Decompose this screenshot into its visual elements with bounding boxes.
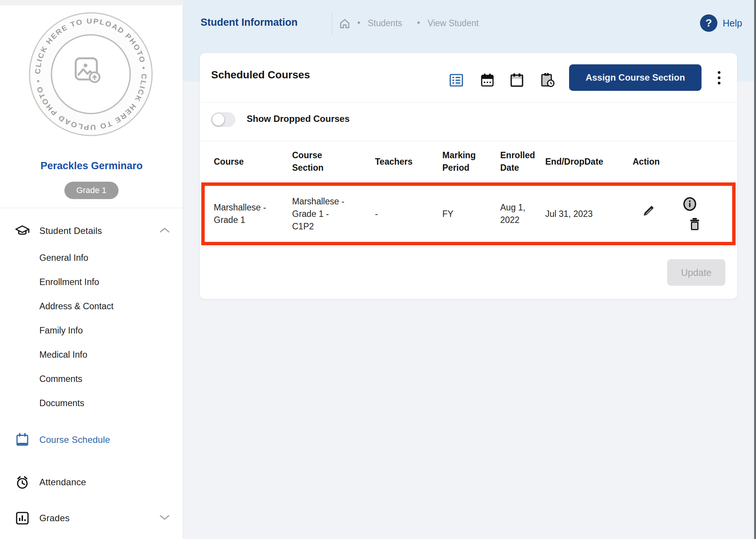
col-header-enrolled-date: Enrolled Date [500,141,539,182]
calendar-blank-icon[interactable] [509,72,525,89]
row-bottom-border [200,247,737,247]
help-label: Help [723,18,742,29]
list-view-icon[interactable] [448,72,465,89]
breadcrumb-separator: • [357,17,360,28]
student-name: Perackles Germinaro [0,160,183,172]
cell-marking-period: FY [442,182,482,245]
bar-chart-icon [14,511,30,526]
sidebar-item-address-contact[interactable]: Address & Contact [39,296,168,316]
col-header-course-section: Course Section [292,141,337,182]
grade-badge: Grade 1 [64,182,119,199]
more-options-kebab-icon[interactable] [711,69,726,86]
sidebar-item-course-schedule[interactable]: Course Schedule [0,428,183,452]
alarm-clock-icon [14,475,30,490]
calendar-icon [14,432,30,447]
delete-trash-icon[interactable] [688,217,702,233]
col-header-teachers: Teachers [375,141,424,182]
upload-photo-button[interactable]: CLICK HERE TO UPLOAD PHOTO • CLICK HERE … [26,10,155,139]
sidebar-item-enrollment-info[interactable]: Enrollment Info [39,272,168,292]
sidebar-item-attendance[interactable]: Attendance [0,470,183,494]
cell-course: Marshallese - Grade 1 [214,182,271,245]
sidebar-item-medical-info[interactable]: Medical Info [39,345,168,365]
sidebar-item-family-info[interactable]: Family Info [39,321,168,340]
card-header-divider [200,102,737,103]
sidebar-divider [0,208,183,208]
help-button[interactable]: ? Help [700,14,742,32]
card-title: Scheduled Courses [211,69,310,81]
sidebar-item-comments[interactable]: Comments [39,369,168,389]
cell-end-dropdate: Jul 31, 2023 [545,182,613,245]
chevron-up-icon [159,227,170,235]
cell-course-section: Marshallese - Grade 1 - C1P2 [292,182,352,245]
sidebar-item-label: Attendance [39,477,86,488]
col-header-course: Course [214,141,274,182]
toggle-label: Show Dropped Courses [247,114,350,124]
col-header-marking-period: Marking Period [442,141,482,182]
cell-teachers: - [375,182,420,245]
clipboard-clock-icon[interactable] [539,72,555,89]
col-header-action: Action [633,141,674,182]
question-mark-icon: ? [700,14,717,32]
calendar-month-icon[interactable] [479,72,496,89]
breadcrumb-students[interactable]: Students [368,18,402,28]
update-button[interactable]: Update [667,259,725,286]
upload-photo-circle-icon: CLICK HERE TO UPLOAD PHOTO • CLICK HERE … [26,10,155,139]
sidebar-item-documents[interactable]: Documents [39,393,168,413]
page-title: Student Information [201,17,297,28]
sidebar-top-strip [0,0,183,5]
sidebar: CLICK HERE TO UPLOAD PHOTO • CLICK HERE … [0,0,183,539]
sidebar-item-label: Student Details [39,226,102,236]
sidebar-item-student-details[interactable]: Student Details [0,219,183,243]
scheduled-courses-card: Scheduled Courses [200,53,737,299]
col-header-end-dropdate: End/DropDate [545,141,617,182]
assign-course-section-button[interactable]: Assign Course Section [569,64,702,91]
show-dropped-courses-toggle[interactable] [211,112,235,127]
breadcrumb-separator: • [417,17,420,28]
graduation-cap-icon [14,223,30,238]
sidebar-item-label: Grades [39,513,70,523]
student-information-page: CLICK HERE TO UPLOAD PHOTO • CLICK HERE … [0,0,756,539]
sidebar-item-general-info[interactable]: General Info [39,248,168,268]
edit-pencil-icon[interactable] [641,204,656,220]
sidebar-item-label: Course Schedule [39,435,110,445]
chevron-down-icon [159,514,170,522]
home-icon[interactable] [339,17,351,31]
scrollbar[interactable] [754,0,756,539]
cell-enrolled-date: Aug 1, 2022 [500,182,538,245]
breadcrumb-divider [332,12,332,34]
info-icon[interactable] [681,195,698,214]
sidebar-item-grades[interactable]: Grades [0,506,183,530]
breadcrumb-view-student[interactable]: View Student [428,18,479,28]
